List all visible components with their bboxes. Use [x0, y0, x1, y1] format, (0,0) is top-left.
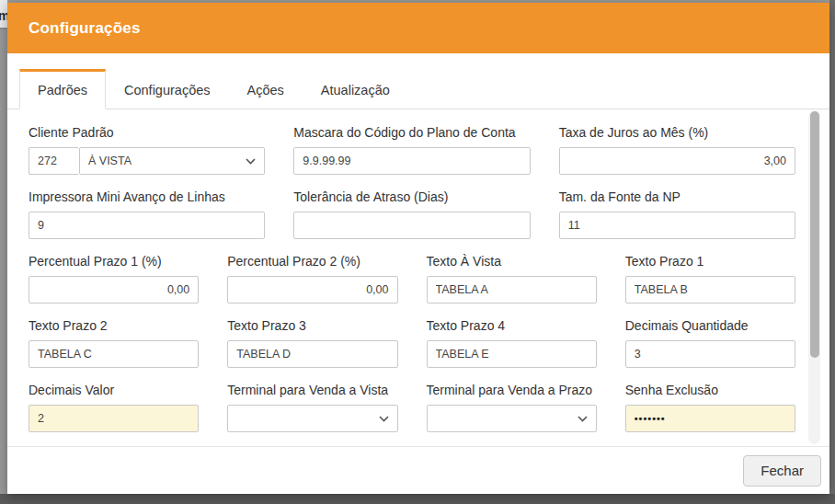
taxa-juros-input[interactable]: [559, 147, 795, 175]
background-text-fragment: m: [0, 8, 7, 23]
form-row: Texto Prazo 2 Texto Prazo 3 Texto Prazo …: [29, 318, 795, 368]
field-texto-prazo3: Texto Prazo 3: [227, 318, 397, 368]
chevron-down-icon: [246, 158, 256, 165]
scrollbar-thumb[interactable]: [810, 111, 819, 358]
tab-label: Padrões: [38, 83, 87, 97]
field-label: Mascara do Código do Plano de Conta: [293, 125, 530, 140]
senha-exclusao-input[interactable]: [625, 405, 795, 432]
field-label: Texto Prazo 2: [29, 318, 199, 333]
chevron-down-icon: [578, 416, 588, 422]
field-label: Taxa de Juros ao Mês (%): [559, 125, 795, 140]
field-decimais-valor: Decimais Valor: [29, 383, 199, 432]
tab-label: Atualização: [321, 83, 390, 97]
backdrop-bottom-edge: [0, 494, 835, 504]
field-label: Percentual Prazo 1 (%): [29, 254, 199, 269]
field-impressora-mini: Impressora Mini Avanço de Linhas: [29, 189, 265, 239]
field-label: Terminal para Venda a Prazo: [427, 383, 597, 397]
chevron-down-icon: [379, 416, 389, 422]
scrollbar-track[interactable]: [808, 110, 820, 444]
form-row: Decimais Valor Terminal para Venda a Vis…: [29, 383, 795, 432]
field-decimais-quantidade: Decimais Quantidade: [625, 318, 795, 368]
modal-footer: Fechar: [7, 446, 829, 494]
field-mascara-plano-conta: Mascara do Código do Plano de Conta: [293, 125, 530, 175]
texto-prazo1-input[interactable]: [625, 276, 795, 304]
field-senha-exclusao: Senha Exclusão: [625, 383, 795, 432]
cliente-padrao-code-input[interactable]: [29, 147, 79, 175]
field-cliente-padrao: Cliente Padrão À VISTA: [29, 125, 265, 175]
field-label: Texto Prazo 1: [625, 254, 795, 269]
field-label: Texto Prazo 3: [227, 318, 397, 333]
mascara-plano-conta-input[interactable]: [293, 147, 530, 175]
tam-fonte-np-input[interactable]: [559, 212, 795, 239]
field-label: Senha Exclusão: [625, 383, 795, 397]
tab-padroes[interactable]: Padrões: [19, 69, 106, 109]
decimais-quantidade-input[interactable]: [625, 340, 795, 368]
percentual-prazo1-input[interactable]: [29, 276, 199, 304]
texto-prazo2-input[interactable]: [29, 340, 199, 368]
field-label: Impressora Mini Avanço de Linhas: [29, 189, 265, 204]
tab-label: Ações: [247, 83, 284, 97]
background-page-fragment: m: [0, 0, 7, 29]
field-label: Cliente Padrão: [29, 125, 265, 140]
tab-panel-padroes: Cliente Padrão À VISTA Mascara do Código…: [7, 109, 829, 445]
tab-atualizacao[interactable]: Atualização: [303, 69, 408, 109]
tolerancia-atraso-input[interactable]: [293, 212, 530, 239]
field-tam-fonte-np: Tam. da Fonte da NP: [559, 189, 795, 239]
tab-label: Configurações: [124, 83, 211, 97]
field-texto-prazo1: Texto Prazo 1: [625, 254, 795, 304]
field-texto-a-vista: Texto À Vista: [427, 254, 597, 304]
fechar-button[interactable]: Fechar: [743, 455, 821, 487]
field-tolerancia-atraso: Tolerância de Atraso (Dias): [293, 189, 530, 239]
field-label: Tolerância de Atraso (Dias): [293, 189, 530, 204]
tab-acoes[interactable]: Ações: [229, 69, 303, 109]
cliente-padrao-select[interactable]: À VISTA: [79, 147, 265, 175]
modal-title: Configurações: [29, 19, 141, 38]
decimais-valor-input[interactable]: [29, 405, 199, 432]
field-label: Decimais Valor: [29, 383, 199, 397]
field-label: Tam. da Fonte da NP: [559, 189, 795, 204]
texto-prazo3-input[interactable]: [227, 340, 397, 368]
select-value: À VISTA: [88, 155, 132, 167]
field-texto-prazo4: Texto Prazo 4: [427, 318, 597, 368]
modal-header: Configurações: [7, 3, 829, 53]
form-row: Percentual Prazo 1 (%) Percentual Prazo …: [29, 254, 795, 304]
field-label: Percentual Prazo 2 (%): [227, 254, 397, 269]
field-terminal-venda-prazo: Terminal para Venda a Prazo: [427, 383, 597, 432]
percentual-prazo2-input[interactable]: [227, 276, 397, 304]
form-row: Cliente Padrão À VISTA Mascara do Código…: [29, 125, 795, 175]
impressora-mini-input[interactable]: [29, 212, 265, 239]
texto-prazo4-input[interactable]: [427, 340, 597, 368]
tab-configuracoes[interactable]: Configurações: [106, 69, 229, 109]
form-row: Impressora Mini Avanço de Linhas Tolerân…: [29, 189, 795, 239]
field-label: Terminal para Venda a Vista: [227, 383, 397, 397]
field-percentual-prazo1: Percentual Prazo 1 (%): [29, 254, 199, 304]
field-percentual-prazo2: Percentual Prazo 2 (%): [227, 254, 397, 304]
texto-a-vista-input[interactable]: [427, 276, 597, 304]
field-terminal-venda-vista: Terminal para Venda a Vista: [227, 383, 397, 432]
field-label: Texto À Vista: [427, 254, 597, 269]
terminal-venda-prazo-select[interactable]: [427, 405, 597, 432]
field-label: Texto Prazo 4: [427, 318, 597, 333]
tab-bar: Padrões Configurações Ações Atualização: [7, 53, 829, 109]
field-texto-prazo2: Texto Prazo 2: [29, 318, 199, 368]
field-taxa-juros: Taxa de Juros ao Mês (%): [559, 125, 795, 175]
terminal-venda-vista-select[interactable]: [227, 405, 397, 432]
field-label: Decimais Quantidade: [625, 318, 795, 333]
backdrop-right-edge: [829, 0, 835, 504]
configuracoes-modal: Configurações Padrões Configurações Açõe…: [7, 3, 829, 494]
